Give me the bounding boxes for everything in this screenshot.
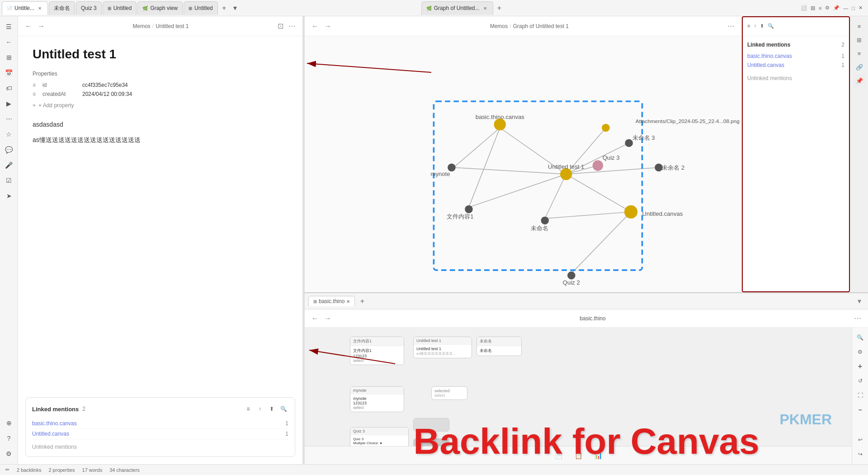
sidebar-mic-icon[interactable]: 🎤 bbox=[2, 158, 16, 172]
tab-graphview[interactable]: 🌿 Graph view bbox=[137, 1, 183, 15]
tab-untitled2[interactable]: ⊞ Untitled bbox=[103, 1, 137, 15]
svg-point-18 bbox=[624, 205, 637, 218]
rs-icon-grid[interactable]: ⊞ bbox=[853, 33, 866, 46]
sidebar-toggle[interactable]: ▤ bbox=[811, 5, 815, 11]
canvas-node-bar[interactable] bbox=[413, 418, 449, 432]
tab-add-btn[interactable]: + bbox=[219, 3, 230, 14]
backlink-item-1[interactable]: basic.thino.canvas 1 bbox=[32, 418, 288, 429]
backlink-item-2[interactable]: Untitled.canvas 1 bbox=[32, 429, 288, 439]
canvas-table-btn[interactable]: 📊 bbox=[592, 449, 604, 462]
bottom-tab-add[interactable]: + bbox=[357, 296, 368, 307]
sidebar-dots-icon[interactable]: ⋯ bbox=[2, 112, 16, 126]
canvas-search-btn[interactable]: 🔍 bbox=[854, 331, 867, 344]
graph-more-btn[interactable]: ⋯ bbox=[726, 21, 736, 31]
canvas-redo-btn[interactable]: ↪ bbox=[854, 448, 867, 461]
canvas-node-wenjian[interactable]: 文件内容1 文件内容1123123select bbox=[350, 337, 404, 365]
graph-fwd-btn[interactable]: → bbox=[323, 21, 333, 31]
rs-list-icon[interactable]: ≡ bbox=[747, 23, 750, 29]
status-backlinks-text: 2 backlinks bbox=[17, 467, 41, 473]
canvas-node-select[interactable]: selectedselect bbox=[431, 386, 467, 400]
sidebar-grid-icon[interactable]: ⊞ bbox=[2, 51, 16, 64]
sidebar-help-icon[interactable]: ? bbox=[2, 432, 16, 445]
canvas-undo-btn[interactable]: ↩ bbox=[854, 433, 867, 446]
more-btn[interactable]: ⋯ bbox=[287, 21, 297, 31]
rs-icon-menu[interactable]: ≡ bbox=[853, 47, 866, 60]
bottom-tab-basic[interactable]: ⊞ basic.thino ✕ bbox=[308, 296, 355, 306]
properties-section: Properties ≡ id cc4f335ec7c95e34 ≡ creat… bbox=[33, 71, 288, 110]
sidebar-plus-circle-icon[interactable]: ⊕ bbox=[2, 416, 16, 430]
sidebar-star-icon[interactable]: ☆ bbox=[2, 128, 16, 141]
canvas-minus-btn[interactable]: − bbox=[854, 404, 867, 416]
bottom-tab-chevron[interactable]: ▾ bbox=[854, 296, 864, 306]
sidebar-send-icon[interactable]: ➤ bbox=[2, 189, 16, 203]
minimize-btn[interactable]: — bbox=[843, 5, 848, 11]
sidebar-arrow-icon[interactable]: ▶ bbox=[2, 97, 16, 110]
rs-icon-list[interactable]: ≡ bbox=[853, 20, 866, 33]
bottom-fwd-btn[interactable]: → bbox=[323, 314, 333, 323]
canvas-node-weiming[interactable]: 未命名 未命名 bbox=[476, 337, 522, 356]
bottom-tab-close[interactable]: ✕ bbox=[346, 299, 350, 304]
list-icon[interactable]: ≡ bbox=[819, 5, 821, 11]
property-id-name: id bbox=[42, 82, 79, 88]
sidebar-chat-icon[interactable]: 💬 bbox=[2, 143, 16, 157]
sidebar-back-icon[interactable]: ← bbox=[2, 35, 16, 49]
sidebar-calendar-icon[interactable]: 📅 bbox=[2, 66, 16, 80]
svg-point-32 bbox=[655, 164, 663, 172]
rs-item-label-1: basic.thino.canvas bbox=[747, 53, 792, 59]
split-btn[interactable]: ⊡ bbox=[275, 21, 285, 31]
pin-icon[interactable]: 📌 bbox=[833, 5, 840, 11]
tab-untitled[interactable]: 📄 Untitle... ✕ bbox=[2, 1, 48, 15]
svg-point-22 bbox=[465, 205, 473, 214]
sidebar-menu-icon[interactable]: ☰ bbox=[2, 20, 16, 33]
forward-btn[interactable]: → bbox=[36, 21, 46, 31]
backlinks-search-btn[interactable]: 🔍 bbox=[278, 404, 288, 414]
breadcrumb-sep: / bbox=[152, 23, 154, 29]
canvas-plus-btn[interactable]: + bbox=[854, 360, 867, 373]
tab-add-right[interactable]: + bbox=[494, 3, 505, 14]
collapse-btn[interactable]: ⬜ bbox=[801, 5, 807, 11]
rs-up-icon[interactable]: ⬆ bbox=[760, 23, 764, 29]
bottom-back-btn[interactable]: ← bbox=[310, 314, 320, 323]
tab-weiming[interactable]: 未命名 bbox=[49, 1, 75, 15]
tab-close-btn[interactable]: ✕ bbox=[37, 5, 43, 11]
canvas-node-mynote[interactable]: mynote mynote123123select bbox=[350, 386, 404, 412]
rs-item-2[interactable]: Untitled.canvas 1 bbox=[747, 61, 844, 70]
tab-chevron[interactable]: ▾ bbox=[231, 4, 240, 13]
breadcrumb-page: Untitled test 1 bbox=[156, 23, 189, 29]
graph-bc-memos[interactable]: Memos bbox=[490, 23, 508, 29]
backlinks-sort-btn[interactable]: ↑ bbox=[255, 404, 265, 414]
tab-icon: 🌿 bbox=[426, 6, 432, 11]
sidebar-tag-icon[interactable]: 🏷 bbox=[2, 81, 16, 95]
rs-search-icon[interactable]: 🔍 bbox=[768, 23, 774, 29]
tab-graph-untitled[interactable]: 🌿 Graph of Untitled... ✕ bbox=[421, 1, 493, 15]
svg-point-28 bbox=[602, 124, 610, 132]
maximize-btn[interactable]: □ bbox=[852, 5, 855, 11]
graph-bc-title: Graph of Untitled test 1 bbox=[513, 23, 569, 29]
tab-untitled3[interactable]: ⊞ Untitled bbox=[184, 1, 218, 15]
breadcrumb-memos[interactable]: Memos bbox=[132, 23, 150, 29]
svg-line-5 bbox=[545, 174, 566, 218]
close-btn[interactable]: ✕ bbox=[859, 5, 863, 11]
canvas-doc-btn[interactable]: 📄 bbox=[552, 449, 565, 462]
back-btn[interactable]: ← bbox=[24, 21, 33, 31]
rs-item-1[interactable]: basic.thino.canvas 1 bbox=[747, 52, 844, 61]
tab-quiz3[interactable]: Quiz 3 bbox=[76, 1, 102, 15]
canvas-node-untitled-test[interactable]: Untitled test 1 Untitled test 1as懂送送送送送送… bbox=[413, 337, 472, 358]
sidebar-settings-icon[interactable]: ⚙ bbox=[2, 447, 16, 461]
tab-close-graph[interactable]: ✕ bbox=[482, 5, 488, 11]
bottom-more-btn[interactable]: ⋯ bbox=[853, 314, 863, 323]
rs-icon-pin[interactable]: 📌 bbox=[853, 74, 866, 87]
canvas-file-btn[interactable]: 📋 bbox=[572, 449, 585, 462]
canvas-fullscreen-btn[interactable]: ⛶ bbox=[854, 389, 867, 402]
backlinks-list-btn[interactable]: ≡ bbox=[243, 404, 253, 414]
add-property-btn[interactable]: + + Add property bbox=[33, 100, 288, 110]
rs-sort-icon[interactable]: ↑ bbox=[754, 23, 756, 29]
sidebar-checkbox-icon[interactable]: ☑ bbox=[2, 174, 16, 187]
settings-icon[interactable]: ⚙ bbox=[825, 5, 830, 11]
canvas-settings-btn[interactable]: ⚙ bbox=[854, 346, 867, 358]
graph-back-btn[interactable]: ← bbox=[310, 21, 320, 31]
canvas-node-weiming-body: 未命名 bbox=[477, 346, 521, 356]
canvas-refresh-btn[interactable]: ↺ bbox=[854, 375, 867, 387]
rs-icon-link[interactable]: 🔗 bbox=[853, 61, 866, 73]
backlinks-collapse-btn[interactable]: ⬆ bbox=[267, 404, 277, 414]
